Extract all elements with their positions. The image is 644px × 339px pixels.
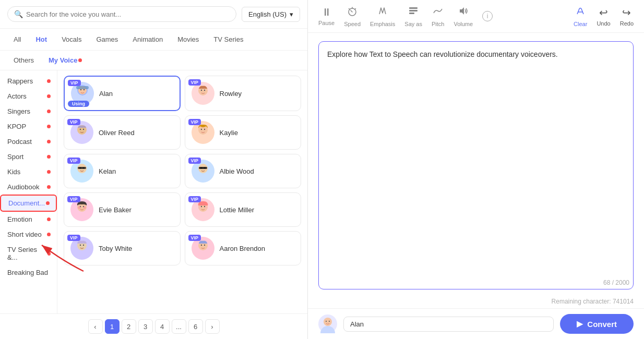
tab-hot[interactable]: Hot xyxy=(29,33,53,46)
voice-card-oliver-reed[interactable]: VIP Oliver Reed xyxy=(64,115,181,150)
voice-card-lottie-miller[interactable]: VIP Lottie Miller xyxy=(185,192,302,227)
volume-icon xyxy=(458,5,469,19)
toolbar-pitch[interactable]: Pitch xyxy=(432,5,444,27)
chevron-down-icon: ▾ xyxy=(290,10,293,18)
tab-movies[interactable]: Movies xyxy=(171,33,205,46)
toolbar-volume[interactable]: Volume xyxy=(454,5,473,27)
clear-icon xyxy=(575,5,586,19)
sidebar-item-short-video[interactable]: Short video xyxy=(0,227,57,242)
toolbar-redo[interactable]: ↪ Redo xyxy=(620,6,634,27)
vip-badge-oliver-reed: VIP xyxy=(67,119,80,125)
tab-animation[interactable]: Animation xyxy=(126,33,169,46)
svg-point-8 xyxy=(200,90,201,91)
language-value: English (US) xyxy=(248,10,287,18)
second-tabs: Others My Voice xyxy=(0,51,307,70)
sidebar-item-rappers[interactable]: Rappers xyxy=(0,74,57,89)
undo-icon: ↩ xyxy=(599,6,608,19)
vip-badge-evie-baker: VIP xyxy=(67,196,80,202)
pagination: ‹ 1 2 3 4 ... 6 › xyxy=(0,313,307,339)
svg-point-54 xyxy=(320,326,335,333)
sidebar-item-documentary[interactable]: Document... xyxy=(0,195,57,212)
page-6[interactable]: 6 xyxy=(188,319,203,334)
voice-card-kaylie[interactable]: VIP Kaylie xyxy=(185,115,302,150)
text-editor-input[interactable]: Explore how Text to Speech can revolutio… xyxy=(318,41,634,289)
voice-card-kelan[interactable]: VIP Kelan xyxy=(64,154,181,188)
svg-point-38 xyxy=(198,207,201,209)
page-prev[interactable]: ‹ xyxy=(88,319,103,334)
tab-my-voice[interactable]: My Voice xyxy=(42,54,88,67)
voice-name-lottie-miller: Lottie Miller xyxy=(220,206,254,214)
toolbar-speed[interactable]: Speed xyxy=(344,5,361,27)
toolbar-undo[interactable]: ↩ Undo xyxy=(597,6,610,27)
sidebar-item-kids[interactable]: Kids xyxy=(0,164,57,179)
voice-card-toby-white[interactable]: VIP Toby White xyxy=(64,231,181,265)
sidebar-item-actors[interactable]: Actors xyxy=(0,89,57,104)
svg-rect-20 xyxy=(78,167,86,169)
sidebar-item-audiobook[interactable]: Audiobook xyxy=(0,179,57,195)
toolbar-pause[interactable]: ⏸ Pause xyxy=(318,6,335,26)
page-4[interactable]: 4 xyxy=(155,319,170,334)
voice-card-albie-wood[interactable]: VIP Albie Wood xyxy=(185,154,302,188)
toolbar: ⏸ Pause Speed Emphasis Say as Pitch xyxy=(308,0,644,33)
svg-point-12 xyxy=(80,129,81,130)
page-1[interactable]: 1 xyxy=(105,319,120,334)
voice-card-alan[interactable]: VIP Alan Using xyxy=(64,76,181,111)
kpop-dot xyxy=(47,125,51,128)
speed-icon xyxy=(347,5,358,19)
svg-point-4 xyxy=(84,89,85,90)
search-box[interactable]: 🔍 xyxy=(7,6,236,22)
podcast-dot xyxy=(47,140,51,143)
vip-badge-albie-wood: VIP xyxy=(188,158,201,164)
pitch-icon xyxy=(432,5,444,19)
bottom-bar: Alan ▶ Convert xyxy=(308,308,644,339)
voice-name-albie-wood: Albie Wood xyxy=(220,167,254,175)
page-ellipsis: ... xyxy=(172,319,186,334)
language-selector[interactable]: English (US) ▾ xyxy=(242,7,300,22)
sidebar-item-singers[interactable]: Singers xyxy=(0,104,57,119)
voice-card-rowley[interactable]: VIP Rowley xyxy=(185,76,302,111)
search-icon: 🔍 xyxy=(14,10,23,18)
info-icon: i xyxy=(482,11,493,21)
voice-name-toby-white: Toby White xyxy=(99,245,132,252)
toolbar-emphasis[interactable]: Emphasis xyxy=(370,5,395,27)
page-2[interactable]: 2 xyxy=(122,319,136,334)
sidebar-item-kpop[interactable]: KPOP xyxy=(0,119,57,134)
svg-point-3 xyxy=(80,89,81,90)
svg-point-27 xyxy=(204,167,205,169)
sidebar-item-breaking-bad[interactable]: Breaking Bad xyxy=(0,265,57,280)
play-icon: ▶ xyxy=(577,319,583,329)
tab-games[interactable]: Games xyxy=(90,33,124,46)
category-sidebar: Rappers Actors Singers KPOP Podcast Spor… xyxy=(0,70,57,313)
short-video-dot xyxy=(47,233,51,236)
sidebar-item-sport[interactable]: Sport xyxy=(0,149,57,164)
svg-point-9 xyxy=(204,90,205,91)
page-next[interactable]: › xyxy=(205,319,220,334)
char-count: 68 / 2000 xyxy=(603,279,629,286)
svg-rect-52 xyxy=(409,13,414,14)
tab-tv-series[interactable]: TV Series xyxy=(207,33,249,46)
main-tabs: All Hot Vocals Games Animation Movies TV… xyxy=(0,29,307,51)
page-3[interactable]: 3 xyxy=(138,319,153,334)
toolbar-say-as[interactable]: Say as xyxy=(404,5,422,27)
voice-card-aaron-brendon[interactable]: VIP Aaron Brendon xyxy=(185,231,302,265)
selected-voice-name: Alan xyxy=(343,317,554,332)
svg-point-55 xyxy=(324,318,332,326)
voice-card-evie-baker[interactable]: VIP Evie Baker xyxy=(64,192,181,227)
sidebar-item-tv-series[interactable]: TV Series &... xyxy=(0,242,57,265)
vip-badge-alan: VIP xyxy=(68,80,81,86)
tab-all[interactable]: All xyxy=(7,33,27,46)
svg-point-39 xyxy=(205,207,207,209)
sidebar-item-emotion[interactable]: Emotion xyxy=(0,212,57,227)
tab-vocals[interactable]: Vocals xyxy=(55,33,88,46)
toolbar-clear[interactable]: Clear xyxy=(574,5,587,27)
svg-point-26 xyxy=(200,167,202,169)
convert-button[interactable]: ▶ Convert xyxy=(560,314,634,334)
toolbar-info[interactable]: i xyxy=(482,11,493,21)
voice-name-rowley: Rowley xyxy=(220,90,242,98)
rappers-dot xyxy=(47,79,51,83)
sidebar-item-podcast[interactable]: Podcast xyxy=(0,134,57,149)
tab-others[interactable]: Others xyxy=(7,54,40,67)
voice-name-alan: Alan xyxy=(99,90,113,98)
search-input[interactable] xyxy=(26,10,230,18)
emotion-dot xyxy=(47,217,51,221)
